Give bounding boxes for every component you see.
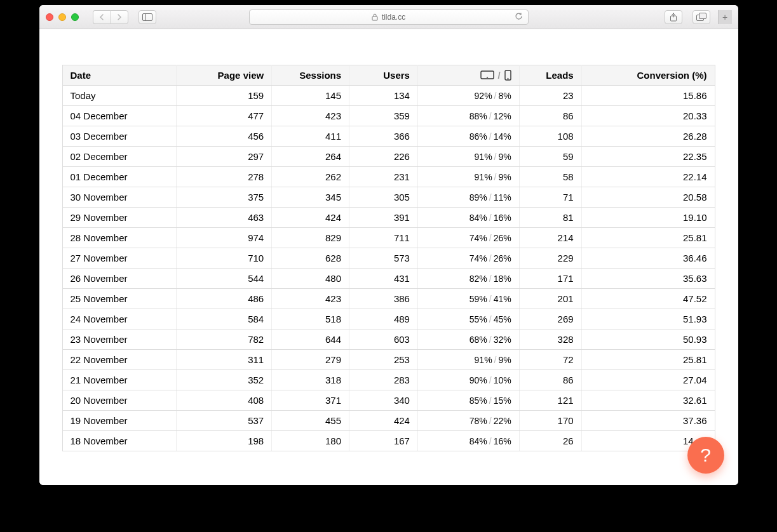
cell-conversion: 15.86 <box>581 86 715 106</box>
page-content: Date Page view Sessions Users / <box>39 29 738 485</box>
col-header-device-split[interactable]: / <box>417 65 519 86</box>
cell-device-split: 86%/14% <box>417 126 519 147</box>
cell-users: 603 <box>349 329 418 350</box>
cell-conversion: 50.93 <box>581 329 715 350</box>
cell-device-split: 74%/26% <box>417 228 519 248</box>
table-row[interactable]: Today15914513492%/8%2315.86 <box>62 86 715 106</box>
cell-page-view: 375 <box>177 187 272 208</box>
cell-sessions: 424 <box>272 208 349 228</box>
table-row[interactable]: 19 November53745542478%/22%17037.36 <box>62 411 715 431</box>
cell-conversion: 20.58 <box>581 187 715 208</box>
cell-conversion: 19.10 <box>581 208 715 228</box>
browser-window: tilda.cc + <box>39 5 738 485</box>
cell-leads: 86 <box>519 106 581 126</box>
chevron-right-icon <box>116 13 122 21</box>
cell-sessions: 180 <box>272 431 349 451</box>
cell-leads: 59 <box>519 147 581 167</box>
table-row[interactable]: 01 December27826223191%/9%5822.14 <box>62 167 715 187</box>
table-row[interactable]: 02 December29726422691%/9%5922.35 <box>62 147 715 167</box>
cell-users: 340 <box>349 390 418 411</box>
svg-rect-0 <box>142 13 152 20</box>
table-row[interactable]: 03 December45641136686%/14%10826.28 <box>62 126 715 147</box>
nav-buttons <box>93 10 128 24</box>
stats-table: Date Page view Sessions Users / <box>62 65 715 451</box>
col-header-sessions[interactable]: Sessions <box>272 65 349 86</box>
new-tab-button[interactable]: + <box>718 10 732 24</box>
close-window-button[interactable] <box>46 13 53 21</box>
zoom-window-button[interactable] <box>71 13 79 21</box>
forward-button[interactable] <box>111 10 128 24</box>
cell-conversion: 36.46 <box>581 248 715 269</box>
col-header-conversion[interactable]: Conversion (%) <box>581 65 715 86</box>
cell-sessions: 644 <box>272 329 349 350</box>
cell-leads: 214 <box>519 228 581 248</box>
cell-page-view: 159 <box>177 86 272 106</box>
cell-page-view: 198 <box>177 431 272 451</box>
cell-users: 489 <box>349 309 418 329</box>
plus-icon: + <box>722 12 727 22</box>
col-header-date[interactable]: Date <box>62 65 177 86</box>
minimize-window-button[interactable] <box>58 13 66 21</box>
back-button[interactable] <box>93 10 111 24</box>
table-row[interactable]: 21 November35231828390%/10%8627.04 <box>62 370 715 390</box>
cell-users: 134 <box>349 86 418 106</box>
cell-leads: 269 <box>519 309 581 329</box>
col-header-users[interactable]: Users <box>349 65 418 86</box>
tabs-button[interactable] <box>693 10 710 24</box>
cell-leads: 86 <box>519 370 581 390</box>
window-controls <box>46 13 79 21</box>
table-row[interactable]: 24 November58451848955%/45%26951.93 <box>62 309 715 329</box>
table-row[interactable]: 04 December47742335988%/12%8620.33 <box>62 106 715 126</box>
cell-leads: 72 <box>519 350 581 370</box>
cell-device-split: 91%/9% <box>417 350 519 370</box>
table-row[interactable]: 18 November19818016784%/16%2614.44 <box>62 431 715 451</box>
table-row[interactable]: 29 November46342439184%/16%8119.10 <box>62 208 715 228</box>
cell-date: 27 November <box>62 248 177 269</box>
table-row[interactable]: 20 November40837134085%/15%12132.61 <box>62 390 715 411</box>
table-row[interactable]: 25 November48642338659%/41%20147.52 <box>62 289 715 309</box>
col-header-leads[interactable]: Leads <box>519 65 581 86</box>
cell-page-view: 278 <box>177 167 272 187</box>
mobile-icon <box>504 70 511 81</box>
cell-leads: 81 <box>519 208 581 228</box>
lock-icon <box>372 13 378 21</box>
reload-button[interactable] <box>515 12 523 22</box>
table-row[interactable]: 22 November31127925391%/9%7225.81 <box>62 350 715 370</box>
cell-device-split: 55%/45% <box>417 309 519 329</box>
svg-rect-5 <box>699 13 706 19</box>
cell-device-split: 74%/26% <box>417 248 519 269</box>
tabs-icon <box>696 13 706 21</box>
share-icon <box>670 13 677 22</box>
help-button[interactable]: ? <box>687 437 724 474</box>
table-row[interactable]: 27 November71062857374%/26%22936.46 <box>62 248 715 269</box>
table-row[interactable]: 23 November78264460368%/32%32850.93 <box>62 329 715 350</box>
cell-sessions: 371 <box>272 390 349 411</box>
cell-conversion: 22.35 <box>581 147 715 167</box>
cell-date: 03 December <box>62 126 177 147</box>
cell-leads: 71 <box>519 187 581 208</box>
cell-date: 25 November <box>62 289 177 309</box>
cell-conversion: 47.52 <box>581 289 715 309</box>
cell-users: 167 <box>349 431 418 451</box>
sidebar-toggle-button[interactable] <box>139 10 156 24</box>
cell-device-split: 84%/16% <box>417 208 519 228</box>
cell-date: 04 December <box>62 106 177 126</box>
table-row[interactable]: 26 November54448043182%/18%17135.63 <box>62 269 715 289</box>
cell-leads: 23 <box>519 86 581 106</box>
cell-leads: 58 <box>519 167 581 187</box>
address-bar[interactable]: tilda.cc <box>249 10 529 25</box>
cell-page-view: 477 <box>177 106 272 126</box>
sidebar-icon <box>142 13 152 21</box>
cell-sessions: 455 <box>272 411 349 431</box>
table-row[interactable]: 30 November37534530589%/11%7120.58 <box>62 187 715 208</box>
cell-sessions: 345 <box>272 187 349 208</box>
share-button[interactable] <box>665 10 682 24</box>
cell-page-view: 463 <box>177 208 272 228</box>
col-header-page-view[interactable]: Page view <box>177 65 272 86</box>
cell-leads: 171 <box>519 269 581 289</box>
cell-device-split: 91%/9% <box>417 147 519 167</box>
table-row[interactable]: 28 November97482971174%/26%21425.81 <box>62 228 715 248</box>
cell-device-split: 82%/18% <box>417 269 519 289</box>
cell-conversion: 35.63 <box>581 269 715 289</box>
cell-device-split: 78%/22% <box>417 411 519 431</box>
